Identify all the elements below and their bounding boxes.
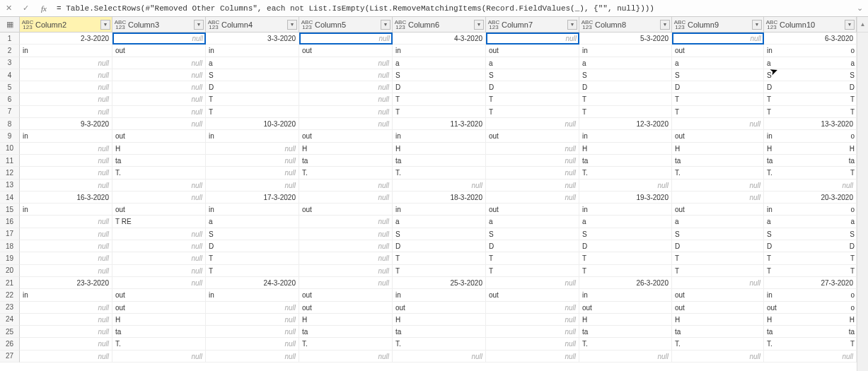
cell[interactable]: null [299, 106, 393, 118]
cell[interactable]: out [299, 130, 393, 142]
cell[interactable]: null [299, 252, 393, 264]
cell[interactable]: null [112, 118, 206, 130]
cell[interactable]: in [579, 204, 672, 216]
cell[interactable]: ta [299, 155, 393, 167]
cell[interactable]: D [393, 81, 486, 93]
cell[interactable]: null [112, 179, 206, 192]
row-number[interactable]: 17 [0, 228, 20, 240]
cell[interactable]: TT [764, 265, 857, 277]
cell[interactable]: null [672, 179, 764, 192]
row-number[interactable]: 13 [0, 179, 20, 192]
cell[interactable]: DD [764, 81, 857, 93]
cell[interactable]: HH [764, 143, 857, 155]
cell[interactable]: S [206, 69, 299, 81]
cell[interactable]: out [112, 130, 206, 142]
cell[interactable]: D [486, 81, 579, 93]
cell[interactable]: T [579, 265, 672, 277]
cell[interactable]: in [20, 45, 112, 57]
row-number[interactable]: 10 [0, 143, 20, 155]
cell[interactable]: D [206, 81, 299, 93]
cell[interactable]: ino [764, 204, 857, 216]
row-number[interactable]: 25 [0, 326, 20, 338]
cell[interactable]: tata [764, 326, 857, 338]
row-number[interactable]: 3 [0, 57, 20, 69]
cell[interactable]: null [206, 314, 299, 326]
cell[interactable]: T.T [764, 338, 857, 350]
cell[interactable]: null [206, 302, 299, 314]
cell[interactable]: null [486, 326, 579, 338]
cell[interactable]: T [579, 93, 672, 105]
cell[interactable]: ino [764, 45, 857, 57]
cell[interactable]: T [486, 106, 579, 118]
cell[interactable]: a [486, 57, 579, 69]
cell[interactable]: null [20, 216, 112, 228]
cell[interactable]: D [486, 240, 579, 252]
cell[interactable]: T.T [764, 167, 857, 179]
column-header-column5[interactable]: ABC123Column5▼ [299, 17, 393, 33]
cell[interactable]: 12-3-2020 [579, 118, 672, 130]
cell[interactable]: a [579, 216, 672, 228]
row-number[interactable]: 8 [0, 118, 20, 130]
cell[interactable]: null [486, 33, 579, 45]
cell[interactable]: null [486, 277, 579, 289]
cell[interactable]: T [393, 93, 486, 105]
cell[interactable]: null [486, 302, 579, 314]
cell[interactable]: a [393, 216, 486, 228]
vertical-scrollbar[interactable]: ▲ [857, 17, 868, 371]
cell[interactable]: T [486, 93, 579, 105]
cell[interactable]: TT [764, 252, 857, 264]
cell[interactable]: in [206, 289, 299, 301]
cell[interactable]: 2-3-2020 [20, 33, 112, 45]
cell[interactable]: S [206, 228, 299, 240]
cell[interactable]: null [299, 351, 393, 363]
scroll-up-icon[interactable]: ▲ [857, 17, 868, 33]
cell[interactable]: null [20, 351, 112, 363]
formula-input[interactable] [54, 3, 851, 14]
cell[interactable]: null [20, 326, 112, 338]
row-number[interactable]: 15 [0, 204, 20, 216]
cell[interactable]: D [672, 240, 764, 252]
cell[interactable]: null [20, 338, 112, 350]
cell[interactable]: in [393, 45, 486, 57]
cell[interactable]: null [764, 179, 857, 192]
cell[interactable]: S [579, 228, 672, 240]
cell[interactable]: 3-3-2020 [206, 33, 299, 45]
column-header-column8[interactable]: ABC123Column8▼ [579, 17, 672, 33]
cell[interactable]: null [486, 179, 579, 192]
cell[interactable]: null [206, 338, 299, 350]
row-number[interactable]: 20 [0, 265, 20, 277]
cell[interactable]: null [764, 351, 857, 363]
filter-dropdown-icon[interactable]: ▼ [100, 20, 110, 30]
cell[interactable]: T. [393, 338, 486, 350]
cell[interactable]: D [393, 240, 486, 252]
cell[interactable]: tata [764, 155, 857, 167]
row-number[interactable]: 5 [0, 81, 20, 93]
cell[interactable]: in [206, 130, 299, 142]
cell[interactable]: S [393, 69, 486, 81]
column-header-column2[interactable]: ABC123Column2▼ [20, 17, 112, 33]
cell[interactable]: null [112, 192, 206, 204]
cell[interactable]: null [299, 240, 393, 252]
cell[interactable]: out [299, 204, 393, 216]
cell[interactable]: T. [672, 338, 764, 350]
cell[interactable]: H [299, 314, 393, 326]
row-number[interactable]: 12 [0, 167, 20, 179]
cell[interactable]: 19-3-2020 [579, 192, 672, 204]
cell[interactable]: null [299, 33, 393, 45]
cell[interactable]: out [486, 289, 579, 301]
cell[interactable]: T [672, 252, 764, 264]
cell[interactable]: in [393, 204, 486, 216]
cell[interactable]: null [20, 252, 112, 264]
cell[interactable]: a [672, 57, 764, 69]
cell[interactable]: in [393, 130, 486, 142]
row-number[interactable]: 26 [0, 338, 20, 350]
cell[interactable]: null [206, 155, 299, 167]
cell[interactable]: null [486, 143, 579, 155]
row-number[interactable]: 22 [0, 289, 20, 301]
cell[interactable]: H [393, 143, 486, 155]
cell[interactable]: ino [764, 289, 857, 301]
cell[interactable]: H [579, 143, 672, 155]
cell[interactable]: T [393, 252, 486, 264]
cell[interactable]: S [486, 69, 579, 81]
cell[interactable]: TT [764, 93, 857, 105]
